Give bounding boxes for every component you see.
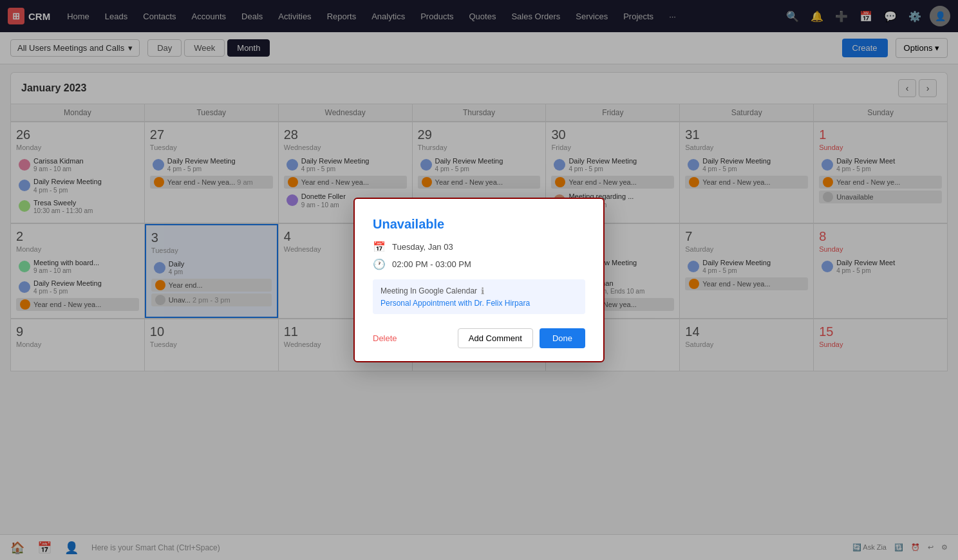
- modal-calendar-label: Meeting In Google Calendar ℹ: [380, 286, 578, 296]
- info-icon: ℹ: [481, 286, 484, 296]
- modal-time-row: 🕐 02:00 PM - 03:00 PM: [373, 258, 585, 270]
- modal-time: 02:00 PM - 03:00 PM: [392, 259, 471, 269]
- modal-info-box: Meeting In Google Calendar ℹ Personal Ap…: [373, 279, 585, 314]
- modal-calendar-link[interactable]: Personal Appointment with Dr. Felix Hirp…: [380, 299, 578, 308]
- modal-title: Unavailable: [373, 217, 585, 232]
- modal-actions: Delete Add Comment Done: [373, 326, 585, 348]
- unavailable-modal: Unavailable 📅 Tuesday, Jan 03 🕐 02:00 PM…: [353, 198, 605, 362]
- delete-button[interactable]: Delete: [373, 333, 397, 343]
- modal-date-row: 📅 Tuesday, Jan 03: [373, 241, 585, 253]
- calendar-date-icon: 📅: [373, 241, 386, 253]
- done-button[interactable]: Done: [540, 328, 585, 348]
- clock-icon: 🕐: [373, 258, 386, 270]
- modal-overlay[interactable]: Unavailable 📅 Tuesday, Jan 03 🕐 02:00 PM…: [0, 0, 958, 560]
- modal-date: Tuesday, Jan 03: [392, 242, 453, 252]
- add-comment-button[interactable]: Add Comment: [458, 328, 533, 348]
